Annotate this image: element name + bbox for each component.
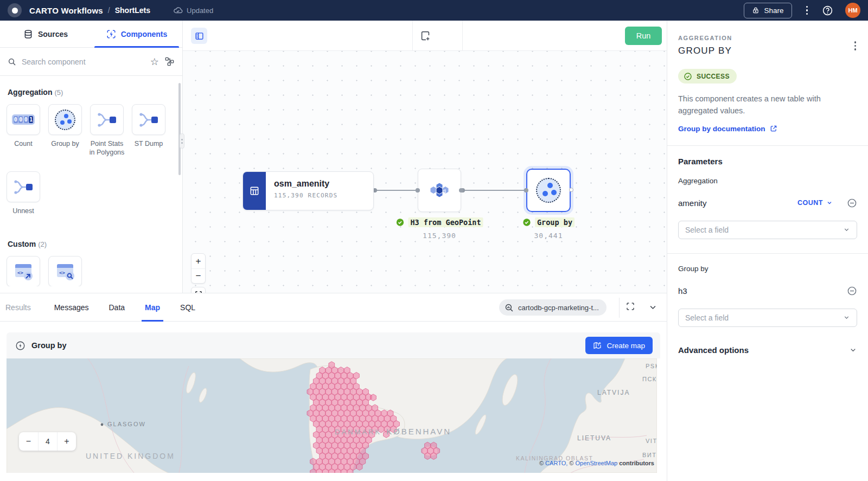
left-panel: Sources Components ☆ <box>0 21 183 293</box>
component-st-dump[interactable]: ST Dump <box>132 104 165 158</box>
svg-text:<>: <> <box>59 270 65 275</box>
map-zoom-out-button[interactable]: − <box>19 432 38 451</box>
h3-output-port[interactable] <box>459 188 463 193</box>
canvas-zoom-out-button[interactable]: − <box>192 268 205 283</box>
left-panel-scrollbar[interactable] <box>178 83 181 175</box>
groupby-node-count: 30,441 <box>534 232 563 240</box>
carto-attribution-link[interactable]: CARTO, <box>545 460 567 466</box>
group-by-icon <box>536 178 561 203</box>
external-link-icon <box>770 125 777 132</box>
aggregation-function-select[interactable]: COUNT <box>797 199 833 207</box>
section-custom: Custom(2) <box>8 240 176 248</box>
share-label: Share <box>764 7 783 15</box>
node-group-by[interactable] <box>526 169 571 212</box>
svg-text:<>: <> <box>17 270 23 275</box>
tab-map[interactable]: Map <box>145 293 160 322</box>
cloud-check-icon <box>173 5 183 15</box>
connection-selector[interactable]: cartodb-gcp-marketing-t... <box>499 299 607 316</box>
source-node-title: osm_amenity <box>274 179 337 189</box>
component-http-request[interactable]: <> <box>7 256 40 286</box>
groupby-field-row: h3 <box>678 286 857 296</box>
canvas-area[interactable]: osm_amenity 115,390 RECORDS <box>183 51 667 293</box>
canvas-zoom-in-button[interactable]: + <box>192 254 205 268</box>
group-by-icon <box>55 110 75 130</box>
node-osm-amenity[interactable]: osm_amenity 115,390 RECORDS <box>242 171 374 210</box>
status-badge: SUCCESS <box>678 69 737 84</box>
map-zoom-in-button[interactable]: + <box>57 432 76 451</box>
map-label-pskov-ru-fragment: ПСКО <box>642 376 657 382</box>
component-tree-icon[interactable] <box>164 56 175 67</box>
map-view[interactable]: GLASGOW UNITED KINGDOM DANMARK KØBENHAVN… <box>7 358 657 473</box>
component-unnest[interactable]: Unnest <box>7 171 40 226</box>
code-window-search-icon: <> <box>54 262 76 281</box>
remove-groupby-button[interactable] <box>847 286 857 296</box>
add-note-button[interactable] <box>419 30 431 42</box>
map-label-vitebsk-fragment: VITS <box>646 438 657 444</box>
map-label-danmark: DANMARK <box>335 428 381 436</box>
tab-sql[interactable]: SQL <box>180 293 195 322</box>
map-result-title: Group by <box>31 341 66 350</box>
groupby-node-caption: Group by <box>522 217 575 227</box>
fit-view-button[interactable] <box>191 287 206 293</box>
search-input[interactable] <box>22 57 145 66</box>
help-icon[interactable] <box>822 5 833 16</box>
aggregation-field-dropdown[interactable]: Select a field <box>678 221 857 239</box>
h3-input-port[interactable] <box>416 188 420 193</box>
tab-data[interactable]: Data <box>109 293 125 322</box>
app-title: CARTO Workflows <box>29 6 103 15</box>
database-icon <box>23 29 33 39</box>
toggle-sidebar-button[interactable] <box>191 28 207 44</box>
groupby-input-port[interactable] <box>524 188 528 193</box>
documentation-link[interactable]: Group by documentation <box>678 125 777 133</box>
lock-icon <box>752 7 760 14</box>
favorites-star-icon[interactable]: ☆ <box>150 56 159 68</box>
run-button[interactable]: Run <box>625 27 662 45</box>
canvas-toolbar: Run <box>183 21 667 51</box>
tab-results[interactable]: Results <box>5 293 31 322</box>
share-button[interactable]: Share <box>744 3 792 18</box>
header-menu-button[interactable] <box>804 4 810 17</box>
section-aggregation: Aggregation(5) <box>8 88 176 97</box>
component-group-by[interactable]: Group by <box>48 104 82 158</box>
osm-attribution-link[interactable]: OpenStreetMap <box>576 460 618 466</box>
tab-messages[interactable]: Messages <box>54 293 89 322</box>
component-description: This component creates a new table with … <box>678 93 853 117</box>
component-list: Aggregation(5) 0001 Count Group by <box>0 76 182 286</box>
tab-sources-label: Sources <box>38 30 68 39</box>
component-detail-panel: AGGREGATION GROUP BY SUCCESS This compon… <box>667 21 868 481</box>
tab-components[interactable]: Components <box>91 21 182 47</box>
advanced-options-toggle[interactable]: Advanced options <box>678 345 857 355</box>
user-avatar[interactable]: HM <box>845 3 860 18</box>
component-count[interactable]: 0001 Count <box>7 104 40 158</box>
saved-status: Updated <box>173 5 213 15</box>
check-circle-icon <box>684 72 692 81</box>
maximize-panel-button[interactable] <box>626 302 635 311</box>
aggregation-subheading: Aggregation <box>678 177 857 185</box>
panel-resize-handle[interactable] <box>180 133 184 149</box>
components-icon <box>106 29 116 39</box>
groupby-field-dropdown[interactable]: Select a field <box>678 309 857 327</box>
source-node-records: 115,390 RECORDS <box>274 192 337 199</box>
map-label-latvija: LATVIJA <box>597 389 630 396</box>
header-bar: CARTO Workflows / ShortLets Updated Shar… <box>0 0 868 21</box>
workflow-canvas: Run osm_amenity 115,390 RECORDS <box>183 21 667 293</box>
map-zoom-control: − 4 + <box>19 432 76 451</box>
remove-aggregation-button[interactable] <box>847 198 857 208</box>
carto-logo-icon[interactable] <box>8 3 22 17</box>
code-window-export-icon: <> <box>12 262 34 281</box>
search-icon <box>8 57 16 66</box>
map-label-glasgow: GLASGOW <box>107 421 146 427</box>
collapse-panel-chevron[interactable] <box>649 303 657 311</box>
map-icon <box>593 341 602 350</box>
component-menu-button[interactable] <box>851 38 860 54</box>
left-panel-tabs: Sources Components <box>0 21 182 48</box>
component-point-stats[interactable]: Point Stats in Polygons <box>90 104 124 158</box>
data-explorer-icon <box>505 303 514 312</box>
map-label-kobenhavn: KØBENHAVN <box>386 427 451 436</box>
create-map-button[interactable]: Create map <box>585 337 653 354</box>
map-panel: Group by Create map <box>0 322 667 481</box>
tab-sources[interactable]: Sources <box>0 21 91 47</box>
node-h3-from-geopoint[interactable] <box>418 169 461 212</box>
groupby-output-port[interactable] <box>569 188 573 192</box>
component-custom-sql[interactable]: <> <box>48 256 82 286</box>
